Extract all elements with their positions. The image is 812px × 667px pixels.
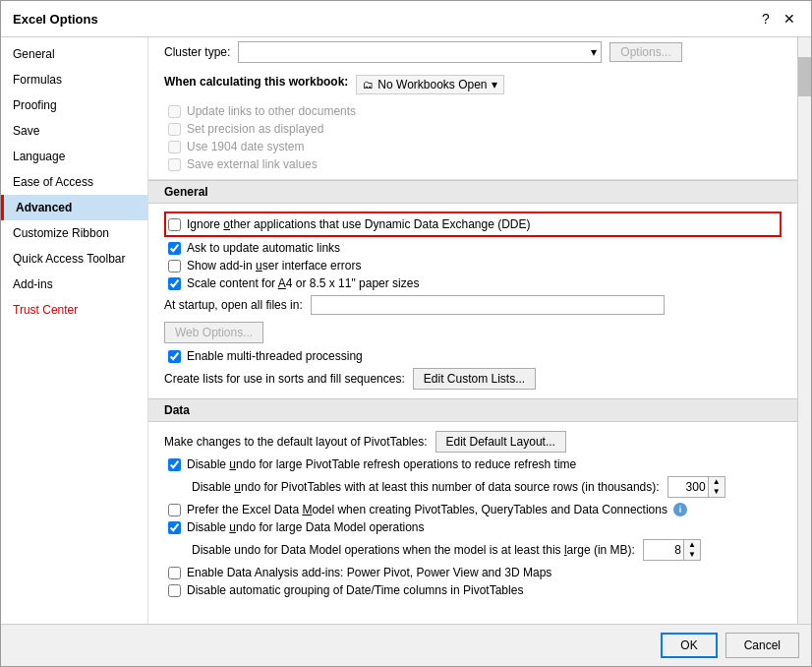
title-bar-buttons: ? ✕: [756, 9, 799, 29]
cluster-row: Cluster type: ▾ Options...: [148, 37, 797, 67]
cancel-button[interactable]: Cancel: [725, 633, 799, 658]
enable-analysis-checkbox[interactable]: [168, 567, 181, 579]
scrollbar[interactable]: [797, 37, 811, 624]
model-mb-spin-buttons: ▲ ▼: [683, 540, 700, 560]
sidebar-item-formulas[interactable]: Formulas: [1, 67, 147, 92]
use-1904-label: Use 1904 date system: [187, 140, 304, 153]
workbook-header: When calculating this workbook: 🗂 No Wor…: [164, 75, 782, 94]
update-links-checkbox: [168, 105, 181, 118]
disable-undo-large-row: Disable undo for large PivotTable refres…: [164, 455, 782, 473]
dde-label: Ignore other applications that use Dynam…: [187, 217, 531, 231]
workbook-dropdown[interactable]: 🗂 No Workbooks Open ▾: [356, 75, 503, 94]
model-mb-input-wrap: ▲ ▼: [643, 539, 701, 561]
workbook-dropdown-value: No Workbooks Open: [377, 78, 487, 91]
data-section-header: Data: [148, 398, 797, 422]
prefer-model-label: Prefer the Excel Data Model when creatin…: [187, 503, 667, 516]
info-icon: i: [673, 503, 687, 516]
sidebar-item-ease-of-access[interactable]: Ease of Access: [1, 169, 147, 195]
title-bar: Excel Options ? ✕: [1, 1, 811, 37]
model-mb-spin-up[interactable]: ▲: [684, 540, 700, 550]
scale-content-row: Scale content for A4 or 8.5 x 11" paper …: [164, 274, 782, 292]
update-links-row: Update links to other documents: [164, 102, 782, 120]
model-mb-spin-down[interactable]: ▼: [684, 550, 700, 560]
options-button[interactable]: Options...: [609, 42, 681, 62]
sidebar-item-trust-center[interactable]: Trust Center: [1, 297, 147, 323]
cluster-label: Cluster type:: [164, 45, 230, 59]
sidebar-item-proofing[interactable]: Proofing: [1, 92, 147, 118]
dde-row: Ignore other applications that use Dynam…: [164, 212, 782, 237]
dialog-body: GeneralFormulasProofingSaveLanguageEase …: [1, 37, 811, 624]
content-area: Cluster type: ▾ Options... When calculat…: [148, 37, 797, 624]
pivot-spin-buttons: ▲ ▼: [708, 477, 725, 497]
startup-label: At startup, open all files in:: [164, 298, 303, 312]
set-precision-checkbox: [168, 123, 181, 136]
data-content: Make changes to the default layout of Pi…: [148, 422, 797, 605]
help-button[interactable]: ?: [756, 9, 776, 29]
make-changes-row: Make changes to the default layout of Pi…: [164, 428, 782, 455]
sidebar-item-advanced[interactable]: Advanced: [1, 195, 147, 220]
sidebar-item-quick-access[interactable]: Quick Access Toolbar: [1, 246, 147, 272]
multithread-checkbox[interactable]: [168, 350, 181, 363]
disable-undo-mb-label: Disable undo for Data Model operations w…: [192, 543, 635, 557]
sidebar: GeneralFormulasProofingSaveLanguageEase …: [1, 37, 148, 624]
save-external-checkbox: [168, 158, 181, 171]
sidebar-item-general[interactable]: General: [1, 41, 147, 67]
scroll-thumb: [798, 57, 811, 96]
workbook-checkboxes: Update links to other documentsSet preci…: [164, 102, 782, 173]
save-external-row: Save external link values: [164, 155, 782, 173]
edit-layout-button[interactable]: Edit Default Layout...: [435, 431, 566, 453]
ok-button[interactable]: OK: [661, 633, 717, 658]
create-lists-row: Create lists for use in sorts and fill s…: [164, 365, 782, 393]
disable-grouping-checkbox[interactable]: [168, 584, 181, 597]
update-links-label: Update links to other documents: [187, 104, 356, 118]
startup-row: At startup, open all files in:: [164, 292, 782, 318]
enable-analysis-row: Enable Data Analysis add-ins: Power Pivo…: [164, 564, 782, 581]
show-addin-label: Show add-in user interface errors: [187, 259, 361, 273]
edit-custom-button[interactable]: Edit Custom Lists...: [413, 368, 536, 390]
pivot-spin-down[interactable]: ▼: [709, 487, 725, 497]
model-mb-input[interactable]: [644, 540, 683, 560]
disable-grouping-row: Disable automatic grouping of Date/Time …: [164, 581, 782, 599]
close-button[interactable]: ✕: [780, 9, 799, 29]
scale-content-checkbox[interactable]: [168, 277, 181, 290]
create-lists-label: Create lists for use in sorts and fill s…: [164, 372, 405, 386]
pivot-spin-up[interactable]: ▲: [709, 477, 725, 487]
set-precision-label: Set precision as displayed: [187, 122, 323, 136]
multithread-label: Enable multi-threaded processing: [187, 349, 363, 363]
show-addin-row: Show add-in user interface errors: [164, 257, 782, 274]
cluster-dropdown[interactable]: ▾: [238, 41, 602, 63]
sidebar-item-save[interactable]: Save: [1, 118, 147, 144]
update-auto-label: Ask to update automatic links: [187, 241, 340, 255]
dialog-footer: OK Cancel: [1, 624, 811, 666]
prefer-model-checkbox[interactable]: [168, 504, 181, 516]
update-auto-checkbox[interactable]: [168, 242, 181, 255]
sidebar-item-add-ins[interactable]: Add-ins: [1, 272, 147, 297]
disable-undo-large-label: Disable undo for large PivotTable refres…: [187, 457, 576, 471]
show-addin-checkbox[interactable]: [168, 260, 181, 273]
sidebar-item-customize-ribbon[interactable]: Customize Ribbon: [1, 220, 147, 246]
set-precision-row: Set precision as displayed: [164, 120, 782, 138]
disable-undo-model-checkbox[interactable]: [168, 521, 181, 534]
general-content: Ignore other applications that use Dynam…: [148, 204, 797, 398]
disable-undo-mb-row: Disable undo for Data Model operations w…: [164, 536, 782, 564]
general-section-header: General: [148, 180, 797, 204]
scale-content-label: Scale content for A4 or 8.5 x 11" paper …: [187, 276, 419, 290]
disable-undo-number-label: Disable undo for PivotTables with at lea…: [192, 480, 660, 494]
web-options-row: Web Options...: [164, 318, 782, 347]
sidebar-item-language[interactable]: Language: [1, 144, 147, 169]
disable-undo-large-checkbox[interactable]: [168, 458, 181, 471]
dde-checkbox[interactable]: [168, 218, 181, 231]
pivot-number-input[interactable]: [668, 477, 708, 497]
disable-undo-model-row: Disable undo for large Data Model operat…: [164, 518, 782, 536]
web-options-button[interactable]: Web Options...: [164, 322, 263, 343]
prefer-model-row: Prefer the Excel Data Model when creatin…: [164, 501, 782, 518]
startup-input[interactable]: [311, 295, 665, 315]
workbook-section: When calculating this workbook: 🗂 No Wor…: [148, 67, 797, 180]
dialog-title: Excel Options: [13, 12, 98, 27]
multithread-row: Enable multi-threaded processing: [164, 347, 782, 365]
disable-grouping-label: Disable automatic grouping of Date/Time …: [187, 583, 523, 597]
update-auto-row: Ask to update automatic links: [164, 239, 782, 257]
disable-undo-number-row: Disable undo for PivotTables with at lea…: [164, 473, 782, 501]
make-changes-label: Make changes to the default layout of Pi…: [164, 435, 428, 449]
disable-undo-model-label: Disable undo for large Data Model operat…: [187, 520, 425, 534]
